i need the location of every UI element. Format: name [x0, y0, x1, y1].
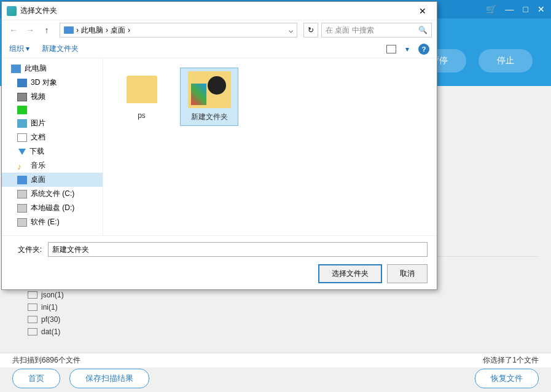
tree-videos[interactable]: 视频: [2, 90, 103, 104]
home-button[interactable]: 首页: [12, 369, 60, 388]
up-button[interactable]: ↑: [40, 23, 53, 37]
folder-new-folder[interactable]: 新建文件夹: [180, 68, 238, 126]
tree-drive-d[interactable]: 本地磁盘 (D:): [2, 201, 103, 215]
stop-button[interactable]: 停止: [479, 49, 533, 73]
app-icon: [7, 6, 17, 16]
breadcrumb-sep: ›: [76, 26, 79, 34]
breadcrumb-pc[interactable]: 此电脑: [81, 25, 103, 36]
maximize-icon[interactable]: □: [523, 4, 528, 14]
file-icon: [28, 328, 37, 335]
breadcrumb-sep: ›: [106, 26, 108, 34]
organize-menu[interactable]: 组织 ▾: [9, 44, 29, 54]
video-icon: [17, 93, 27, 101]
save-scan-button[interactable]: 保存扫描结果: [69, 369, 149, 388]
folder-name-label: 文件夹:: [11, 245, 42, 255]
forward-button[interactable]: →: [23, 23, 37, 37]
breadcrumb-desktop[interactable]: 桌面: [111, 25, 125, 36]
close-icon[interactable]: ✕: [537, 4, 545, 14]
breadcrumb-sep: ›: [128, 26, 130, 34]
cancel-button[interactable]: 取消: [387, 264, 428, 283]
dialog-footer: 文件夹: 选择文件夹 取消: [2, 235, 437, 289]
dialog-body: 此电脑 3D 对象 视频 图片 文档 下载 ♪音乐 桌面 系统文件 (C:) 本…: [2, 58, 437, 235]
tree-this-pc[interactable]: 此电脑: [2, 61, 103, 76]
search-placeholder: 在 桌面 中搜索: [326, 25, 374, 36]
pc-icon: [11, 65, 21, 73]
music-icon: ♪: [17, 162, 27, 170]
disk-icon: [17, 190, 27, 198]
address-dropdown-icon[interactable]: ⌵: [289, 26, 293, 34]
folder-ps[interactable]: ps: [112, 68, 171, 123]
help-icon[interactable]: ?: [418, 44, 429, 55]
new-folder-button[interactable]: 新建文件夹: [42, 44, 79, 54]
downloads-icon: [18, 149, 26, 155]
bg-sidebar: json(1) ini(1) pf(30) dat(1): [25, 289, 111, 338]
tree-iqiyi[interactable]: [2, 104, 103, 116]
sidebar-item-json[interactable]: json(1): [25, 289, 111, 301]
select-folder-button[interactable]: 选择文件夹: [318, 264, 382, 283]
iqiyi-icon: [17, 106, 27, 114]
disk-icon: [17, 204, 27, 213]
dialog-toolbar: 组织 ▾ 新建文件夹 ▾ ?: [2, 40, 437, 58]
tree-drive-e[interactable]: 软件 (E:): [2, 215, 103, 229]
selection-count: 你选择了1个文件: [483, 355, 539, 366]
tree-3d-objects[interactable]: 3D 对象: [2, 76, 103, 90]
documents-icon: [17, 133, 27, 142]
tree-desktop[interactable]: 桌面: [2, 173, 103, 187]
folder-label: ps: [115, 111, 168, 120]
sidebar-item-pf[interactable]: pf(30): [25, 313, 111, 326]
folder-content: ps 新建文件夹: [103, 58, 437, 235]
folder-icon: [120, 71, 163, 108]
tree-music[interactable]: ♪音乐: [2, 159, 103, 173]
folder-label: 新建文件夹: [184, 112, 235, 122]
sidebar-item-ini[interactable]: ini(1): [25, 301, 111, 313]
status-bar: 共扫描到6896个文件 你选择了1个文件: [0, 353, 551, 367]
back-button[interactable]: ←: [7, 23, 20, 37]
dialog-titlebar: 选择文件夹 ✕: [2, 2, 437, 20]
cart-icon[interactable]: 🛒: [486, 4, 496, 14]
file-icon: [28, 291, 37, 299]
tree-pictures[interactable]: 图片: [2, 116, 103, 130]
address-bar[interactable]: › 此电脑 › 桌面 › ⌵: [60, 23, 297, 37]
tree-drive-c[interactable]: 系统文件 (C:): [2, 187, 103, 201]
tree-documents[interactable]: 文档: [2, 130, 103, 144]
desktop-icon: [17, 176, 27, 184]
refresh-button[interactable]: ↻: [303, 23, 318, 37]
recover-files-button[interactable]: 恢复文件: [475, 369, 539, 388]
pictures-icon: [17, 119, 27, 128]
view-dropdown-icon[interactable]: ▾: [405, 45, 409, 53]
pc-icon: [64, 26, 74, 34]
view-options-icon[interactable]: [386, 45, 396, 53]
bottom-toolbar: 首页 保存扫描结果 恢复文件: [0, 367, 551, 389]
dialog-close-button[interactable]: ✕: [413, 6, 432, 16]
folder-name-input[interactable]: [48, 242, 428, 257]
tree-downloads[interactable]: 下载: [2, 144, 103, 159]
file-icon: [28, 316, 37, 323]
folder-tree: 此电脑 3D 对象 视频 图片 文档 下载 ♪音乐 桌面 系统文件 (C:) 本…: [2, 58, 103, 235]
search-input[interactable]: 在 桌面 中搜索 🔍: [321, 23, 432, 37]
navigation-bar: ← → ↑ › 此电脑 › 桌面 › ⌵ ↻ 在 桌面 中搜索 🔍: [2, 20, 437, 40]
file-icon: [28, 304, 37, 311]
3d-icon: [17, 79, 27, 87]
folder-picker-dialog: 选择文件夹 ✕ ← → ↑ › 此电脑 › 桌面 › ⌵ ↻ 在 桌面 中搜索 …: [1, 1, 437, 290]
disk-icon: [17, 218, 27, 227]
sidebar-item-dat[interactable]: dat(1): [25, 326, 111, 338]
folder-icon: [188, 71, 231, 108]
minimize-icon[interactable]: —: [506, 4, 514, 14]
dialog-title: 选择文件夹: [20, 6, 57, 16]
search-icon: 🔍: [418, 26, 428, 34]
scan-count: 共扫描到6896个文件: [12, 355, 80, 366]
